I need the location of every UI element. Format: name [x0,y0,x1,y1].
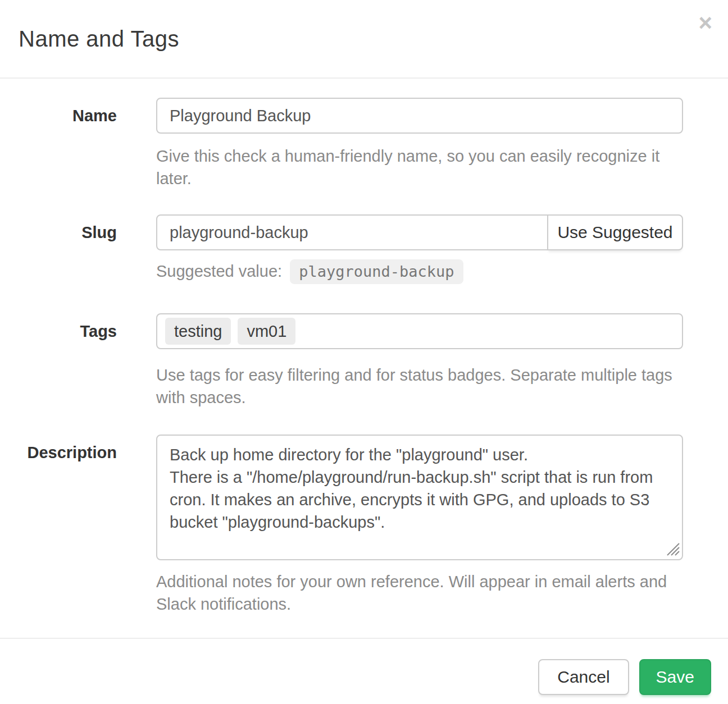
use-suggested-button[interactable]: Use Suggested [547,214,683,250]
dialog-header: Name and Tags × [0,0,728,79]
cancel-button[interactable]: Cancel [538,659,629,695]
save-button[interactable]: Save [639,659,711,695]
tags-help-text: Use tags for easy filtering and for stat… [156,364,683,409]
slug-row: Slug Use Suggested Suggested value: play… [18,214,683,284]
tag-chip[interactable]: testing [165,318,231,345]
suggested-value-code: playground-backup [290,259,463,284]
dialog-title: Name and Tags [19,26,179,52]
tags-row: Tags testing vm01 Use tags for easy filt… [18,313,683,409]
name-row: Name Give this check a human-friendly na… [18,98,683,190]
slug-input[interactable] [156,214,548,250]
resize-handle-icon[interactable] [665,541,680,556]
slug-label: Slug [18,214,117,284]
name-and-tags-dialog: Name and Tags × Name Give this check a h… [0,0,728,704]
tags-label: Tags [18,313,117,409]
slug-help-text: Suggested value: playground-backup [156,259,683,284]
description-label: Description [18,435,117,615]
description-row: Description Back up home directory for t… [18,435,683,615]
description-textarea-wrap: Back up home directory for the "playgrou… [156,435,683,560]
name-input[interactable] [156,98,683,134]
description-help-text: Additional notes for your own reference.… [156,570,683,615]
name-label: Name [18,98,117,190]
slug-input-group: Use Suggested [156,214,683,250]
name-help-text: Give this check a human-friendly name, s… [156,145,683,190]
dialog-body: Name Give this check a human-friendly na… [0,79,728,638]
close-icon[interactable]: × [698,11,712,35]
tag-chip[interactable]: vm01 [238,318,295,345]
description-textarea[interactable]: Back up home directory for the "playgrou… [156,435,683,560]
dialog-footer: Cancel Save [0,638,728,704]
suggested-value-label: Suggested value: [156,262,282,280]
tags-input[interactable]: testing vm01 [156,313,683,349]
